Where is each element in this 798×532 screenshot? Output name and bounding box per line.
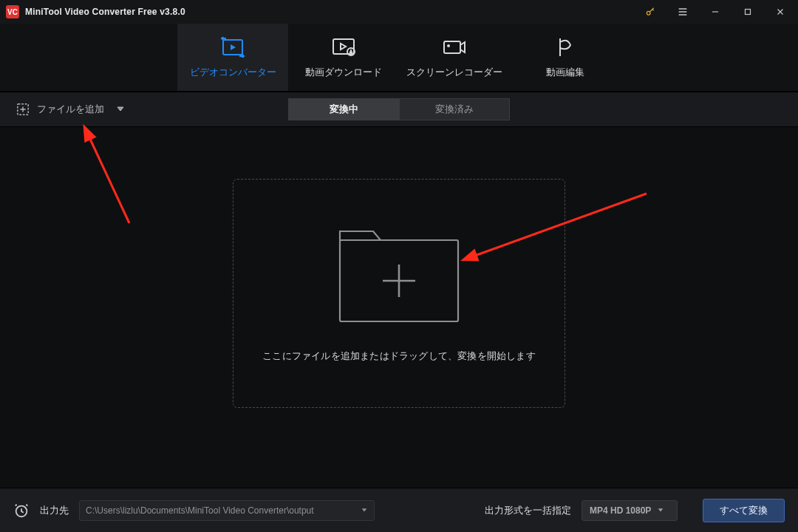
output-format-label: 出力形式を一括指定 <box>485 504 571 517</box>
output-path-value: C:\Users\lizlu\Documents\MiniTool Video … <box>86 505 314 516</box>
window-minimize-button[interactable] <box>702 1 729 22</box>
tab-screen-recorder[interactable]: スクリーンレコーダー <box>399 24 510 91</box>
chevron-down-icon <box>657 505 664 516</box>
tab-video-download[interactable]: 動画ダウンロード <box>288 24 399 91</box>
schedule-icon[interactable] <box>13 502 30 519</box>
main-tabs: ビデオコンバーター 動画ダウンロード スクリーンレコーダー <box>0 24 798 92</box>
chevron-down-icon <box>361 505 368 516</box>
window-maximize-button[interactable] <box>734 1 761 22</box>
output-format-dropdown[interactable]: MP4 HD 1080P <box>582 500 678 521</box>
svg-marker-14 <box>658 508 664 511</box>
tab-label: 動画ダウンロード <box>305 66 382 79</box>
editor-icon <box>554 36 576 58</box>
svg-marker-13 <box>362 508 367 511</box>
svg-marker-3 <box>231 44 236 50</box>
tab-video-editor[interactable]: 動画編集 <box>510 24 621 91</box>
tab-label: スクリーンレコーダー <box>406 66 502 79</box>
toolbar: ファイルを追加 変換中 変換済み <box>0 92 798 127</box>
status-segmented-control: 変換中 変換済み <box>288 98 510 120</box>
app-logo-icon: VC <box>6 5 19 18</box>
svg-point-8 <box>447 44 450 47</box>
tab-label: 動画編集 <box>546 66 584 79</box>
tab-video-converter[interactable]: ビデオコンバーター <box>177 24 288 91</box>
converter-icon <box>220 36 245 58</box>
output-path-dropdown[interactable]: C:\Users\lizlu\Documents\MiniTool Video … <box>79 500 375 521</box>
chevron-down-icon <box>116 104 125 115</box>
svg-point-0 <box>647 11 650 15</box>
hamburger-menu-icon[interactable] <box>669 1 696 22</box>
folder-plus-icon <box>332 224 466 330</box>
seg-converting[interactable]: 変換中 <box>288 98 399 120</box>
convert-all-button[interactable]: すべて変換 <box>703 499 785 522</box>
add-files-button[interactable]: ファイルを追加 <box>9 98 132 120</box>
titlebar: VC MiniTool Video Converter Free v3.8.0 <box>0 0 798 24</box>
svg-rect-7 <box>444 41 460 53</box>
svg-rect-1 <box>746 10 751 15</box>
window-close-button[interactable] <box>767 1 794 22</box>
add-files-label: ファイルを追加 <box>37 103 104 116</box>
seg-converted[interactable]: 変換済み <box>399 98 510 120</box>
output-path-label: 出力先 <box>40 504 69 517</box>
output-format-value: MP4 HD 1080P <box>590 505 651 516</box>
file-drop-zone[interactable]: ここにファイルを追加またはドラッグして、変換を開始します <box>233 179 565 408</box>
annotation-arrow-1 <box>74 127 163 248</box>
tab-label: ビデオコンバーター <box>190 66 276 79</box>
recorder-icon <box>442 36 467 58</box>
drop-hint-text: ここにファイルを追加またはドラッグして、変換を開始します <box>262 349 536 363</box>
bottom-bar: 出力先 C:\Users\lizlu\Documents\MiniTool Vi… <box>0 488 798 532</box>
download-icon <box>331 36 356 58</box>
upgrade-key-icon[interactable] <box>637 1 664 22</box>
app-window: VC MiniTool Video Converter Free v3.8.0 <box>0 0 798 532</box>
main-content-area: ここにファイルを追加またはドラッグして、変換を開始します <box>0 127 798 488</box>
svg-marker-10 <box>117 107 123 111</box>
svg-marker-5 <box>341 44 346 50</box>
app-title: MiniTool Video Converter Free v3.8.0 <box>25 7 185 17</box>
